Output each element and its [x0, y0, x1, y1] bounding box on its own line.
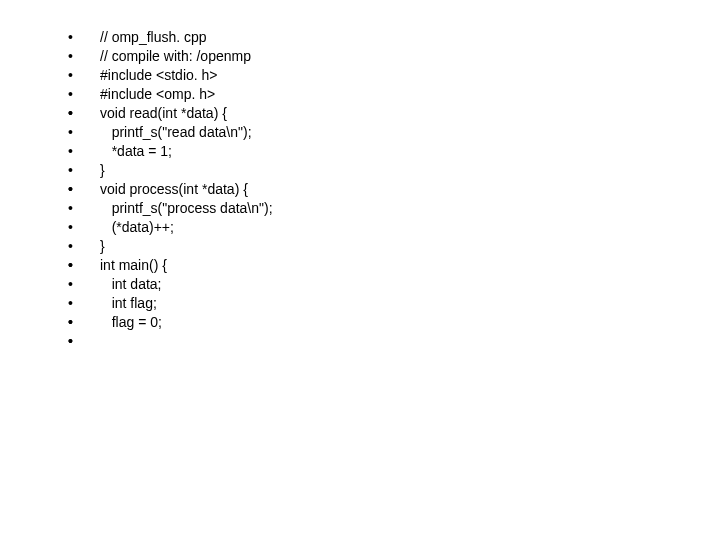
code-line: int flag; — [60, 294, 660, 313]
code-bullet-list: // omp_flush. cpp // compile with: /open… — [60, 28, 660, 332]
code-line: #include <stdio. h> — [60, 66, 660, 85]
code-line: #include <omp. h> — [60, 85, 660, 104]
code-line: } — [60, 237, 660, 256]
code-line: void process(int *data) { — [60, 180, 660, 199]
code-line: void read(int *data) { — [60, 104, 660, 123]
code-line: } — [60, 161, 660, 180]
code-line: int data; — [60, 275, 660, 294]
code-line: flag = 0; — [60, 313, 660, 332]
code-line: *data = 1; — [60, 142, 660, 161]
code-line: // compile with: /openmp — [60, 47, 660, 66]
code-line: (*data)++; — [60, 218, 660, 237]
code-line: printf_s("process data\n"); — [60, 199, 660, 218]
slide: // omp_flush. cpp // compile with: /open… — [0, 0, 720, 540]
code-line: int main() { — [60, 256, 660, 275]
code-line: printf_s("read data\n"); — [60, 123, 660, 142]
code-line: // omp_flush. cpp — [60, 28, 660, 47]
